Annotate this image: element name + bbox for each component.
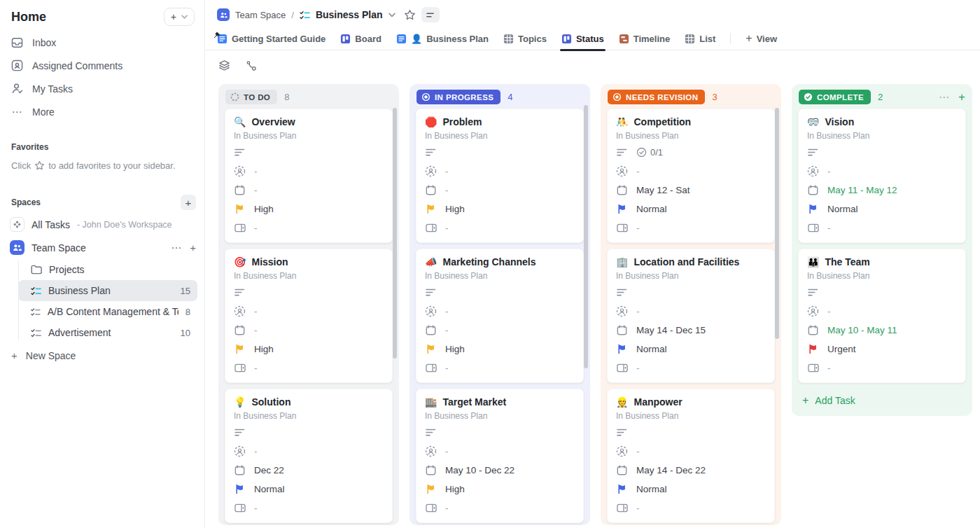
task-date-row[interactable]: May 14 - Dec 22	[616, 461, 766, 480]
status-pill[interactable]: COMPLETE	[799, 90, 871, 104]
task-card[interactable]: 🔍 Overview In Business Plan - - High	[225, 109, 393, 243]
column-scrollbar[interactable]	[775, 108, 779, 339]
task-description-row[interactable]	[425, 423, 575, 442]
task-description-row[interactable]	[807, 283, 957, 302]
breadcrumb-page[interactable]: Business Plan	[316, 9, 383, 20]
task-custom-field-row[interactable]: -	[234, 499, 384, 517]
tab-status[interactable]: Status	[561, 27, 604, 50]
task-priority-row[interactable]: High	[234, 200, 384, 218]
sidebar-item-team-space[interactable]: Team Space ⋯ +	[0, 236, 204, 259]
task-card[interactable]: 👪 The Team In Business Plan - May 10 - M…	[798, 249, 966, 383]
task-priority-row[interactable]: High	[425, 340, 575, 359]
sidebar-create-button[interactable]: +	[164, 8, 195, 26]
task-description-row[interactable]	[425, 143, 575, 162]
status-pill[interactable]: IN PROGRESS	[416, 90, 500, 104]
task-assignee-row[interactable]: -	[425, 302, 575, 321]
column-scrollbar[interactable]	[393, 108, 397, 359]
task-custom-field-row[interactable]: -	[807, 359, 957, 377]
task-card[interactable]: 🏢 Location and Facilities In Business Pl…	[607, 249, 775, 383]
task-priority-row[interactable]: Urgent	[807, 340, 957, 359]
sidebar-item-more[interactable]: ⋯ More	[0, 100, 204, 124]
task-card[interactable]: 🏬 Target Market In Business Plan - May 1…	[416, 389, 584, 523]
task-date-row[interactable]: May 12 - Sat	[616, 181, 766, 200]
add-space-button[interactable]: +	[181, 195, 196, 210]
task-assignee-row[interactable]: -	[616, 442, 766, 461]
task-description-row[interactable]	[234, 143, 384, 162]
tab-timeline[interactable]: Timeline	[619, 27, 671, 50]
task-assignee-row[interactable]: -	[807, 162, 957, 181]
task-description-row[interactable]: 0/1	[616, 143, 766, 162]
task-date-row[interactable]: -	[425, 321, 575, 340]
task-priority-row[interactable]: High	[425, 480, 575, 499]
tab-list[interactable]: List	[685, 27, 715, 50]
task-assignee-row[interactable]: -	[425, 442, 575, 461]
sidebar-item-advertisement[interactable]: Advertisement 10	[18, 322, 197, 343]
task-assignee-row[interactable]: -	[616, 302, 766, 321]
task-priority-row[interactable]: Normal	[616, 200, 766, 218]
sidebar-item-inbox[interactable]: Inbox	[0, 32, 204, 54]
task-card[interactable]: 👷 Manpower In Business Plan - May 14 - D…	[607, 389, 775, 523]
tab-board[interactable]: Board	[340, 27, 382, 50]
task-description-row[interactable]	[234, 283, 384, 302]
task-custom-field-row[interactable]: -	[425, 499, 575, 517]
task-date-row[interactable]: May 14 - Dec 15	[616, 321, 766, 340]
status-pill[interactable]: TO DO	[225, 90, 277, 104]
favorite-star-icon[interactable]	[404, 9, 416, 21]
chevron-down-icon[interactable]	[388, 13, 396, 18]
add-task-button[interactable]: + Add Task	[792, 389, 972, 416]
column-more-icon[interactable]: ⋯	[939, 91, 950, 104]
tab-business-plan[interactable]: 👤Business Plan	[396, 27, 489, 50]
task-custom-field-row[interactable]: -	[807, 218, 957, 237]
task-description-row[interactable]	[807, 143, 957, 162]
task-priority-row[interactable]: High	[234, 340, 384, 359]
sidebar-item-projects[interactable]: Projects	[18, 259, 197, 280]
task-date-row[interactable]: -	[234, 321, 384, 340]
task-custom-field-row[interactable]: -	[616, 359, 766, 377]
task-date-row[interactable]: Dec 22	[234, 461, 384, 480]
task-date-row[interactable]: -	[234, 181, 384, 200]
task-description-row[interactable]	[234, 423, 384, 442]
task-custom-field-row[interactable]: -	[616, 218, 766, 237]
task-priority-row[interactable]: High	[425, 200, 575, 218]
team-space-more-icon[interactable]: ⋯	[171, 242, 181, 254]
task-priority-row[interactable]: Normal	[234, 480, 384, 499]
column-scrollbar[interactable]	[584, 105, 588, 368]
task-card[interactable]: 🎯 Mission In Business Plan - - High	[225, 249, 393, 383]
sidebar-item-my-tasks[interactable]: My Tasks	[0, 77, 204, 100]
task-card[interactable]: 📣 Marketing Channels In Business Plan - …	[416, 249, 584, 383]
new-space-button[interactable]: + New Space	[0, 343, 204, 368]
group-by-icon[interactable]	[218, 60, 230, 71]
page-options-button[interactable]	[421, 7, 440, 22]
task-custom-field-row[interactable]: -	[425, 359, 575, 377]
sidebar-item-all-tasks[interactable]: All Tasks - John Doe's Workspace	[0, 213, 204, 236]
tab-getting-started-guide[interactable]: Getting Started Guide	[217, 27, 326, 50]
task-description-row[interactable]	[616, 423, 766, 442]
add-view-button[interactable]: +View	[746, 27, 777, 50]
task-assignee-row[interactable]: -	[234, 162, 384, 181]
task-description-row[interactable]	[425, 283, 575, 302]
sidebar-item-ab-content[interactable]: A/B Content Management & Te... 8	[18, 301, 197, 322]
task-custom-field-row[interactable]: -	[234, 359, 384, 377]
task-custom-field-row[interactable]: -	[616, 499, 766, 517]
task-assignee-row[interactable]: -	[616, 162, 766, 181]
task-card[interactable]: 🤼 Competition In Business Plan 0/1 - May…	[607, 109, 775, 243]
task-card[interactable]: 🛑 Problem In Business Plan - - High	[416, 109, 584, 243]
task-assignee-row[interactable]: -	[234, 442, 384, 461]
column-add-icon[interactable]: +	[958, 91, 965, 103]
task-priority-row[interactable]: Normal	[807, 200, 957, 218]
task-assignee-row[interactable]: -	[425, 162, 575, 181]
task-custom-field-row[interactable]: -	[425, 218, 575, 237]
sidebar-item-business-plan[interactable]: Business Plan 15	[18, 280, 197, 301]
sidebar-item-assigned-comments[interactable]: Assigned Comments	[0, 54, 204, 77]
breadcrumb-space[interactable]: Team Space	[235, 10, 286, 20]
task-priority-row[interactable]: Normal	[616, 480, 766, 499]
team-space-add-icon[interactable]: +	[190, 242, 196, 254]
task-date-row[interactable]: May 10 - May 11	[807, 321, 957, 340]
task-custom-field-row[interactable]: -	[234, 218, 384, 237]
task-date-row[interactable]: May 10 - Dec 22	[425, 461, 575, 480]
task-card[interactable]: 💡 Solution In Business Plan - Dec 22 Nor…	[225, 389, 393, 523]
task-assignee-row[interactable]: -	[807, 302, 957, 321]
task-description-row[interactable]	[616, 283, 766, 302]
dependencies-icon[interactable]	[246, 60, 257, 71]
status-pill[interactable]: NEEDS REVISION	[608, 90, 705, 104]
